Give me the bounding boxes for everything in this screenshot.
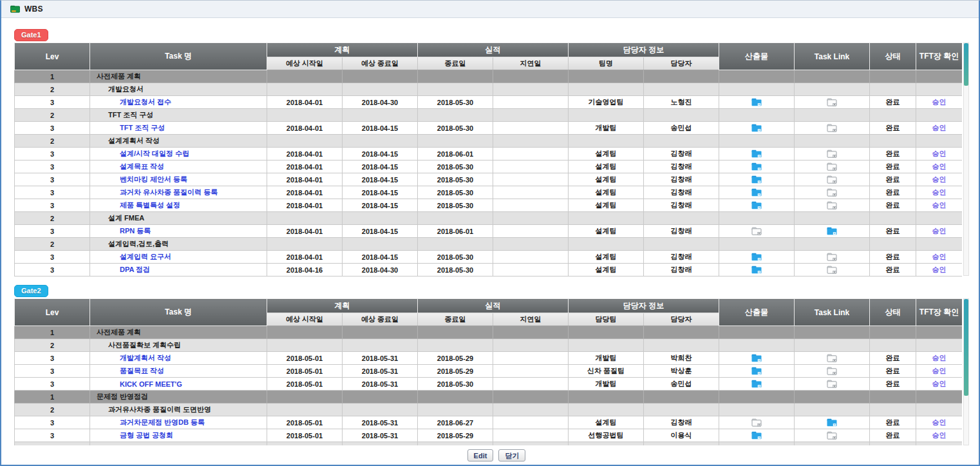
gray-folder-icon[interactable] xyxy=(751,418,762,427)
end-date-cell: 2018-05-30 xyxy=(418,186,493,199)
gate2-scrollbar-thumb[interactable] xyxy=(964,299,968,396)
plan-end-cell xyxy=(343,326,418,339)
task-name-link[interactable]: 과거차 유사차종 품질이력 등록 xyxy=(120,188,218,196)
task-link-cell xyxy=(795,160,870,173)
task-link-cell xyxy=(795,122,870,135)
blue-folder-icon[interactable] xyxy=(751,431,762,440)
plan-end-cell: 2018-05-31 xyxy=(343,378,418,391)
lev-cell: 2 xyxy=(15,238,90,251)
status-cell: 완료 xyxy=(870,160,916,173)
tft-confirm-cell xyxy=(916,238,963,251)
task-name-link[interactable]: 설계입력 요구서 xyxy=(120,253,171,260)
gate1-scrollbar[interactable] xyxy=(963,43,969,276)
team-cell xyxy=(569,238,644,251)
tft-confirm-cell: 승인 xyxy=(916,96,963,109)
blue-folder-icon[interactable] xyxy=(751,354,762,362)
blue-folder-icon[interactable] xyxy=(751,188,762,197)
blue-folder-icon[interactable] xyxy=(751,266,762,274)
task-name-link[interactable]: KICK OFF MEET'G xyxy=(120,380,182,388)
gray-folder-icon[interactable] xyxy=(827,188,837,197)
gray-folder-icon[interactable] xyxy=(827,98,837,106)
approve-link[interactable]: 승인 xyxy=(932,380,947,387)
approve-link[interactable]: 승인 xyxy=(932,188,947,196)
gray-folder-icon[interactable] xyxy=(827,431,837,440)
team-cell: 설계팀 xyxy=(569,251,644,264)
gray-folder-icon[interactable] xyxy=(827,201,837,209)
task-name-link[interactable]: RPN 등록 xyxy=(120,227,151,235)
gray-folder-icon[interactable] xyxy=(827,380,837,388)
approve-link[interactable]: 승인 xyxy=(932,227,947,235)
approve-link[interactable]: 승인 xyxy=(932,354,947,362)
blue-folder-icon[interactable] xyxy=(751,380,762,388)
approve-link[interactable]: 승인 xyxy=(932,201,947,209)
col-header-owner: 담당자 xyxy=(644,313,719,326)
approve-link[interactable]: 승인 xyxy=(932,162,947,170)
blue-folder-icon[interactable] xyxy=(751,98,762,106)
gray-folder-icon[interactable] xyxy=(827,175,837,184)
close-button[interactable]: 닫기 xyxy=(498,449,525,461)
task-link-cell xyxy=(795,326,870,339)
gray-folder-icon[interactable] xyxy=(827,150,837,158)
approve-link[interactable]: 승인 xyxy=(932,253,947,260)
owner-cell xyxy=(644,135,719,148)
delay-cell xyxy=(493,416,569,429)
delay-cell xyxy=(493,96,569,109)
status-cell: 완료 xyxy=(870,148,916,160)
task-name-link[interactable]: 제품 특별특성 설정 xyxy=(120,201,180,209)
gray-folder-icon[interactable] xyxy=(827,354,837,362)
gate1-scrollbar-thumb[interactable] xyxy=(964,43,968,86)
task-name-link[interactable]: 개발요청서 접수 xyxy=(120,98,171,106)
task-name-link[interactable]: 설계/시작 대일정 수립 xyxy=(120,150,189,157)
approve-link[interactable]: 승인 xyxy=(932,367,947,374)
task-cell: 사전품질확보 계획수립 xyxy=(90,339,267,352)
gray-folder-icon[interactable] xyxy=(751,227,762,235)
gray-folder-icon[interactable] xyxy=(827,124,837,132)
gate2-scrollbar[interactable] xyxy=(963,298,969,445)
blue-folder-icon[interactable] xyxy=(751,175,762,184)
gray-folder-icon[interactable] xyxy=(827,162,837,171)
blue-folder-icon[interactable] xyxy=(751,124,762,132)
approve-link[interactable]: 승인 xyxy=(932,266,947,273)
gray-folder-icon[interactable] xyxy=(827,367,837,375)
approve-link[interactable]: 승인 xyxy=(932,124,947,131)
deliverable-cell xyxy=(719,109,795,122)
blue-folder-icon[interactable] xyxy=(751,253,762,261)
col-header-team: 담당팀 xyxy=(569,313,644,326)
approve-link[interactable]: 승인 xyxy=(932,175,947,183)
approve-link[interactable]: 승인 xyxy=(932,431,947,439)
task-name-link[interactable]: TFT 조직 구성 xyxy=(120,124,165,131)
table-row: 2과거유사차종 품질이력 도면반영 xyxy=(15,403,963,416)
task-name-link[interactable]: 품질목표 작성 xyxy=(120,367,164,374)
tft-confirm-cell xyxy=(916,135,963,148)
edit-button[interactable]: Edit xyxy=(467,449,494,461)
blue-folder-icon[interactable] xyxy=(751,367,762,375)
task-name-link[interactable]: 금형 공법 공청회 xyxy=(120,431,173,439)
gray-folder-icon[interactable] xyxy=(827,266,837,274)
blue-folder-icon[interactable] xyxy=(751,201,762,209)
blue-folder-icon[interactable] xyxy=(751,162,762,171)
owner-cell: 김창래 xyxy=(644,186,719,199)
team-cell xyxy=(569,326,644,339)
blue-folder-icon[interactable] xyxy=(827,227,837,235)
blue-folder-icon[interactable] xyxy=(751,150,762,158)
owner-cell: 김창래 xyxy=(644,264,719,277)
task-name-link[interactable]: DPA 점검 xyxy=(120,266,150,273)
tft-confirm-cell xyxy=(916,109,963,122)
blue-folder-icon[interactable] xyxy=(827,418,837,427)
col-header-task-link: Task Link xyxy=(795,43,870,70)
task-cell: DPA 점검 xyxy=(90,264,267,277)
approve-link[interactable]: 승인 xyxy=(932,98,947,106)
plan-start-cell: 2018-04-01 xyxy=(267,122,343,135)
deliverable-cell xyxy=(719,326,795,339)
task-name-link[interactable]: 벤치마킹 제안서 등록 xyxy=(120,175,187,183)
task-name-link[interactable]: 과거차문제점 반영DB 등록 xyxy=(120,418,205,426)
task-name-link[interactable]: 개발계획서 작성 xyxy=(120,354,171,362)
team-cell: 설계팀 xyxy=(569,225,644,238)
approve-link[interactable]: 승인 xyxy=(932,150,947,157)
approve-link[interactable]: 승인 xyxy=(932,418,947,426)
task-name-link[interactable]: 설계목표 작성 xyxy=(120,162,164,170)
team-cell: 설계팀 xyxy=(569,148,644,160)
gray-folder-icon[interactable] xyxy=(827,253,837,261)
col-header-status: 상태 xyxy=(870,299,916,326)
table-row: 3설계/시작 대일정 수립2018-04-012018-04-152018-06… xyxy=(15,148,963,160)
